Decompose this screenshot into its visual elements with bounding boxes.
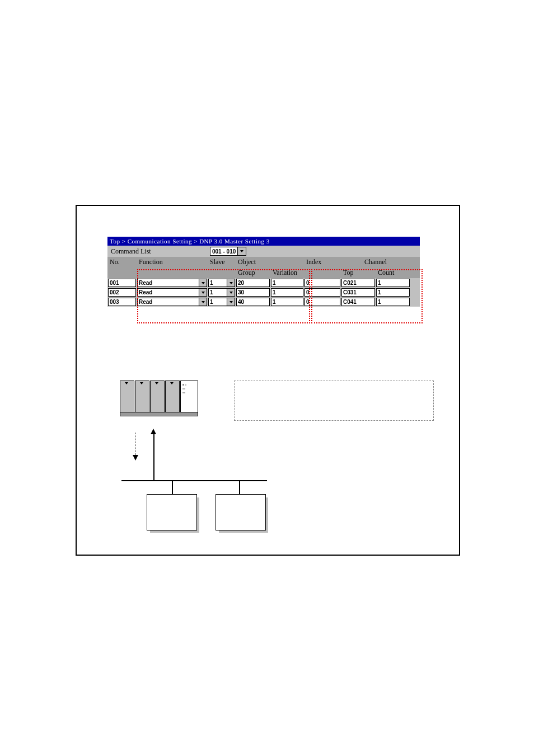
group-field[interactable]: 30 xyxy=(236,288,270,297)
figure-frame: Top > Communication Setting > DNP 3.0 Ma… xyxy=(76,205,460,556)
chevron-down-icon[interactable] xyxy=(237,247,246,255)
request-line xyxy=(135,433,136,455)
group-field[interactable]: 40 xyxy=(236,298,270,306)
variation-field[interactable]: 1 xyxy=(271,298,303,306)
table-header-row2: Group Variation Top Count xyxy=(107,267,420,278)
settings-panel: Top > Communication Setting > DNP 3.0 Ma… xyxy=(107,237,420,307)
chevron-down-icon[interactable] xyxy=(227,288,235,297)
variation-field[interactable]: 1 xyxy=(271,279,303,287)
range-value: 001 - 010 xyxy=(210,248,237,255)
chevron-down-icon[interactable] xyxy=(199,279,207,287)
slave-box-1 xyxy=(147,494,200,533)
slave-select[interactable]: 1 xyxy=(208,298,235,306)
top-field[interactable]: C021 xyxy=(341,279,375,287)
table-body: 001Read12010C0211002Read13010C0311003Rea… xyxy=(107,278,420,307)
device-illustration: ▪ ▫▫▫▫▫ xyxy=(120,381,198,417)
bus-main xyxy=(121,480,267,481)
top-field[interactable]: C031 xyxy=(341,288,375,297)
col-count: Count xyxy=(376,267,410,278)
col-top: Top xyxy=(341,267,376,278)
index-field[interactable]: 0 xyxy=(305,288,340,297)
col-no: No. xyxy=(107,257,137,267)
no-field[interactable]: 002 xyxy=(108,288,136,297)
table-row: 001Read12010C0211 xyxy=(107,278,420,288)
range-select[interactable]: 001 - 010 xyxy=(210,247,246,256)
col-object: Object xyxy=(236,257,304,267)
top-field[interactable]: C041 xyxy=(341,298,375,306)
count-field[interactable]: 1 xyxy=(376,298,410,306)
chevron-down-icon[interactable] xyxy=(227,279,235,287)
col-slave: Slave xyxy=(208,257,236,267)
command-list-bar: Command List 001 - 010 xyxy=(107,246,420,257)
chevron-down-icon[interactable] xyxy=(227,298,235,306)
breadcrumb: Top > Communication Setting > DNP 3.0 Ma… xyxy=(107,237,420,246)
col-index: Index xyxy=(304,257,341,267)
function-select[interactable]: Read xyxy=(137,288,207,297)
group-field[interactable]: 20 xyxy=(236,279,270,287)
function-select[interactable]: Read xyxy=(137,298,207,306)
slave-box-2 xyxy=(216,494,269,533)
bus-stub xyxy=(153,461,154,480)
slave-select[interactable]: 1 xyxy=(208,288,235,297)
table-row: 003Read14010C0411 xyxy=(107,297,420,307)
function-select[interactable]: Read xyxy=(137,279,207,287)
table-row: 002Read13010C0311 xyxy=(107,288,420,297)
note-box xyxy=(234,381,434,421)
slave-select[interactable]: 1 xyxy=(208,279,235,287)
col-variation: Variation xyxy=(270,267,304,278)
drop-2 xyxy=(239,480,240,494)
arrow-up-icon xyxy=(151,429,156,434)
no-field[interactable]: 003 xyxy=(108,298,136,306)
col-channel: Channel xyxy=(341,257,410,267)
command-list-label: Command List xyxy=(109,247,210,256)
response-line xyxy=(153,433,154,461)
no-field[interactable]: 001 xyxy=(108,279,136,287)
count-field[interactable]: 1 xyxy=(376,279,410,287)
col-function: Function xyxy=(137,257,208,267)
table-header-row1: No. Function Slave Object Index Channel xyxy=(107,257,420,267)
count-field[interactable]: 1 xyxy=(376,288,410,297)
index-field[interactable]: 0 xyxy=(305,298,340,306)
col-group: Group xyxy=(236,267,270,278)
variation-field[interactable]: 1 xyxy=(271,288,303,297)
chevron-down-icon[interactable] xyxy=(199,298,207,306)
drop-1 xyxy=(172,480,173,494)
index-field[interactable]: 0 xyxy=(305,279,340,287)
chevron-down-icon[interactable] xyxy=(199,288,207,297)
arrow-down-icon xyxy=(133,455,138,461)
